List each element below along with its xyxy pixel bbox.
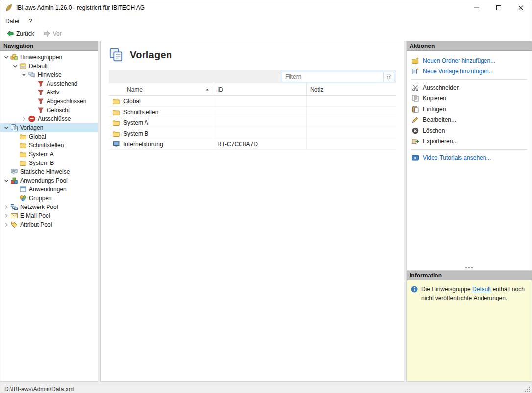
maximize-icon [495,4,503,12]
close-icon [517,4,525,12]
chevron-right-icon[interactable] [20,115,28,123]
column-header-name[interactable]: Name [109,83,214,95]
actions-separator [411,149,527,150]
nav-item-abgeschlossen[interactable]: Abgeschlossen [0,97,98,106]
window-title: IBI-aws Admin 1.26.0 - registriert für I… [16,4,465,11]
chevron-down-icon[interactable] [2,53,10,61]
filter-input[interactable] [282,72,383,82]
action-paste[interactable]: Einfügen [407,104,532,115]
maximize-button[interactable] [487,0,509,15]
folder-icon [19,150,27,158]
chevron-down-icon[interactable] [11,62,19,70]
back-arrow-icon [6,30,14,38]
nav-item-email-pool[interactable]: E-Mail Pool [0,211,98,220]
content-title: Vorlagen [101,41,404,67]
action-export[interactable]: Exportieren... [407,136,532,147]
table-header-row: Name ID Notiz [109,83,396,96]
nav-item-anwendungs-pool[interactable]: Anwendungs Pool [0,176,98,185]
nav-item-geloescht[interactable]: Gelöscht [0,106,98,115]
action-copy[interactable]: Kopieren [407,93,532,104]
cut-icon [411,84,419,92]
statusbar: D:\IBI-aws\Admin\Data.xml [0,384,532,393]
nav-item-system-a[interactable]: System A [0,150,98,159]
chevron-down-icon[interactable] [2,177,10,185]
actions-panel: Aktionen Neuen Ordner hinzufügen... Neue… [406,41,532,271]
actions-separator [411,79,527,80]
navigation-panel: Navigation Hinweisgruppen Default Hinwei… [0,41,98,382]
back-button-label: Zurück [16,30,34,37]
chevron-right-icon[interactable] [2,212,10,220]
folder-icon [19,141,27,149]
chevron-right-icon[interactable] [2,221,10,229]
filter-funnel-button[interactable] [383,72,394,82]
paste-icon [411,105,419,113]
filter-icon [37,89,45,96]
toolbar: Zurück Vor [0,27,532,41]
folder-icon [19,133,27,140]
filter-box [282,72,394,82]
forward-button[interactable]: Vor [40,29,65,39]
chevron-down-icon[interactable] [20,71,28,79]
nav-item-system-b[interactable]: System B [0,159,98,167]
minimize-button[interactable] [465,0,487,15]
nav-item-attribut-pool[interactable]: Attribut Pool [0,220,98,229]
default-group-link[interactable]: Default [472,286,491,293]
tree-indent-spacer [29,97,37,105]
action-new-folder[interactable]: Neuen Ordner hinzufügen... [407,55,532,66]
close-button[interactable] [509,0,532,15]
attribut-pool-icon [10,221,18,229]
table-row[interactable]: Schnittstellen [109,107,396,117]
action-cut[interactable]: Ausschneiden [407,82,532,93]
nav-item-aktiv[interactable]: Aktiv [0,88,98,97]
column-header-notiz[interactable]: Notiz [306,83,396,95]
nav-item-vorlagen[interactable]: Vorlagen [0,123,98,132]
gruppen-icon [19,194,27,202]
nav-item-statische-hinweise[interactable]: Statische Hinweise [0,167,98,176]
resize-grip[interactable] [524,386,530,392]
action-delete[interactable]: Löschen [407,125,532,136]
menu-help[interactable]: ? [24,15,37,27]
export-icon [411,138,419,145]
nav-item-hinweise[interactable]: Hinweise [0,70,98,79]
funnel-icon [386,74,392,80]
action-video-tutorials[interactable]: Video-Tutorials ansehen... [407,152,532,163]
nav-item-ausstehend[interactable]: Ausstehend [0,79,98,88]
chevron-down-icon[interactable] [2,124,10,132]
action-new-template[interactable]: Neue Vorlage hinzufügen... [407,66,532,77]
actions-header: Aktionen [407,41,532,51]
back-button[interactable]: Zurück [3,29,38,39]
action-edit[interactable]: Bearbeiten... [407,115,532,125]
nav-item-schnittstellen[interactable]: Schnittstellen [0,141,98,150]
nav-item-global[interactable]: Global [0,132,98,141]
anwendungs-pool-icon [10,177,18,185]
table-row[interactable]: System B [109,128,396,139]
nav-item-ausschluesse[interactable]: Ausschlüsse [0,115,98,123]
navigation-header: Navigation [0,41,98,51]
nav-item-anwendungen[interactable]: Anwendungen [0,185,98,194]
splitter-handle[interactable] [407,265,532,270]
vorlagen-table: Name ID Notiz Global Schnittstellen [109,83,396,150]
information-text: Die Hinweisgruppe Default enthält noch n… [421,285,528,302]
nav-item-hinweisgruppen[interactable]: Hinweisgruppen [0,53,98,62]
vorlage-icon [112,140,120,148]
nav-item-default[interactable]: Default [0,62,98,70]
data-file-path: D:\IBI-aws\Admin\Data.xml [4,386,74,393]
chevron-right-icon[interactable] [2,203,10,211]
table-row[interactable]: System A [109,117,396,128]
table-row[interactable]: Global [109,96,396,107]
tree-indent-spacer [11,185,19,193]
forward-button-label: Vor [53,30,62,37]
workspace: Navigation Hinweisgruppen Default Hinwei… [0,41,532,384]
actions-list: Neuen Ordner hinzufügen... Neue Vorlage … [407,51,532,270]
nav-item-netzwerk-pool[interactable]: Netzwerk Pool [0,203,98,211]
table-row[interactable]: Internetstörung RT-C7CC8A7D [109,139,396,150]
menu-datei[interactable]: Datei [0,15,24,27]
tree-indent-spacer [29,106,37,114]
hinweisgruppen-icon [10,53,18,61]
filter-icon [37,97,45,105]
netzwerk-pool-icon [10,203,18,211]
nav-item-gruppen[interactable]: Gruppen [0,194,98,203]
statische-hinweise-icon [10,168,18,176]
tree-indent-spacer [11,141,19,149]
column-header-id[interactable]: ID [214,83,306,95]
